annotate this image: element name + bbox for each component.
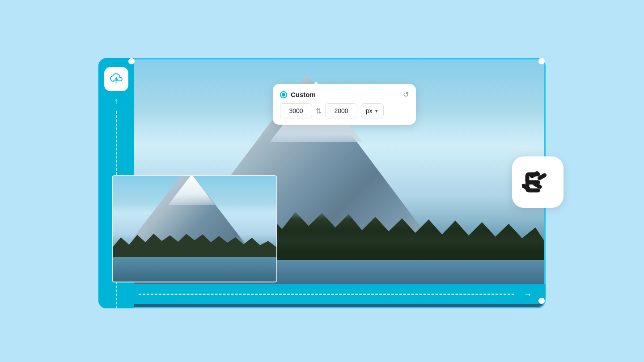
capcut-logo-icon bbox=[522, 166, 554, 198]
corner-dot-bottom-right bbox=[538, 298, 545, 304]
thumbnail-water bbox=[113, 257, 276, 282]
capcut-logo-box[interactable] bbox=[512, 156, 564, 208]
radio-dot-inner bbox=[282, 93, 285, 97]
custom-panel-inputs: ⇅ px ▼ bbox=[280, 103, 409, 118]
svg-point-0 bbox=[115, 82, 117, 84]
custom-panel: Custom ↺ ⇅ px ▼ bbox=[273, 84, 416, 125]
width-input[interactable] bbox=[280, 103, 312, 118]
cloud-upload-icon-box[interactable] bbox=[104, 67, 128, 91]
custom-label: Custom bbox=[291, 91, 316, 98]
thumbnail-mountain-bg bbox=[113, 176, 276, 282]
arrow-right-icon: → bbox=[523, 289, 532, 299]
custom-panel-header: Custom ↺ bbox=[280, 90, 409, 99]
dimension-separator: ⇅ bbox=[316, 107, 322, 115]
height-input[interactable] bbox=[325, 103, 357, 118]
main-scene: ↑ → Custom ↺ ⇅ px ▼ bbox=[54, 36, 590, 326]
custom-label-row: Custom bbox=[280, 91, 316, 98]
dashed-line-horizontal bbox=[139, 294, 514, 295]
unit-label: px bbox=[366, 107, 373, 114]
unit-select[interactable]: px ▼ bbox=[361, 103, 384, 118]
bottom-bar: → bbox=[134, 284, 546, 304]
thumbnail-card bbox=[112, 175, 277, 282]
arrow-up-icon: ↑ bbox=[114, 97, 119, 106]
corner-dot-top-right bbox=[538, 58, 545, 64]
cloud-upload-icon bbox=[109, 72, 124, 87]
reset-icon[interactable]: ↺ bbox=[403, 90, 409, 99]
chevron-down-icon: ▼ bbox=[374, 109, 379, 114]
radio-button[interactable] bbox=[280, 91, 287, 98]
corner-dot-top-left bbox=[128, 58, 135, 64]
